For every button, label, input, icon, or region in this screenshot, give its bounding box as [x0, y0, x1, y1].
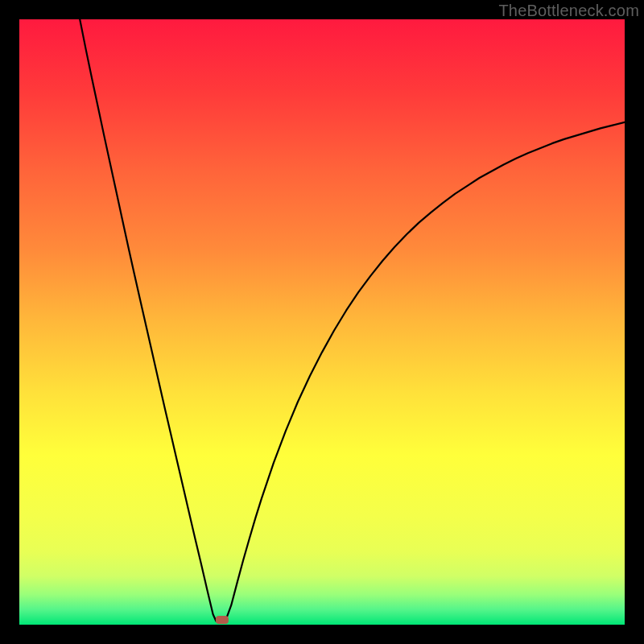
optimum-marker	[216, 616, 229, 624]
chart-frame	[19, 19, 625, 625]
chart-svg	[19, 19, 625, 625]
watermark-label: TheBottleneck.com	[498, 2, 639, 20]
chart-background	[19, 19, 625, 625]
